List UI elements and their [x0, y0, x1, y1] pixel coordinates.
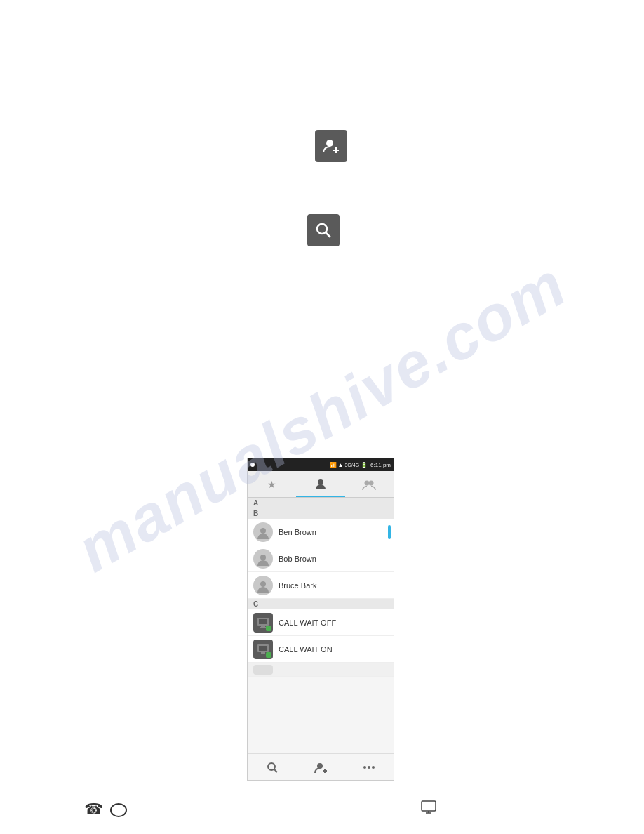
status-bar-right: 📶 ▲ 3G/4G 🔋 6:11 pm	[330, 462, 391, 468]
monitor-icon	[421, 800, 436, 818]
contact-name-call-wait-on: CALL WAIT ON	[279, 645, 333, 654]
svg-point-19	[268, 763, 275, 770]
contact-ben-brown[interactable]: Ben Brown	[248, 519, 394, 545]
bottom-more-button[interactable]	[345, 754, 394, 780]
tab-groups[interactable]	[345, 471, 394, 497]
contact-partial	[248, 663, 394, 677]
phone-icon: ☎	[84, 800, 127, 819]
svg-point-3	[317, 224, 327, 234]
avatar-call-wait-on	[253, 640, 273, 659]
svg-point-24	[363, 766, 366, 769]
svg-rect-16	[259, 646, 267, 651]
svg-point-8	[260, 528, 266, 534]
tab-contacts[interactable]	[296, 471, 344, 497]
svg-point-0	[326, 140, 333, 147]
svg-line-4	[326, 232, 330, 237]
bottom-search-button[interactable]	[248, 754, 296, 780]
svg-rect-12	[259, 619, 267, 624]
contact-call-wait-on[interactable]: CALL WAIT ON	[248, 636, 394, 663]
bottom-add-person-button[interactable]	[296, 754, 344, 780]
avatar-bruce-bark	[253, 576, 273, 595]
section-b: B	[248, 508, 394, 519]
contact-bob-brown[interactable]: Bob Brown	[248, 545, 394, 572]
section-c: C	[248, 599, 394, 609]
svg-rect-13	[261, 626, 265, 627]
search-icon-box[interactable]	[307, 214, 340, 246]
signal-text: 3G/4G	[344, 463, 359, 468]
wifi-icon: ▲	[338, 462, 344, 468]
section-a: A	[248, 498, 394, 508]
battery-icon: 🔋	[361, 462, 368, 468]
svg-point-10	[260, 581, 266, 587]
contact-indicator-ben-brown	[388, 525, 391, 539]
svg-point-5	[318, 479, 323, 485]
add-person-icon[interactable]	[315, 130, 347, 162]
svg-point-7	[369, 480, 374, 485]
contact-name-ben-brown: Ben Brown	[279, 528, 316, 536]
contact-bruce-bark[interactable]: Bruce Bark	[248, 572, 394, 599]
svg-point-6	[365, 480, 370, 485]
svg-rect-17	[261, 652, 265, 654]
status-dot	[250, 463, 255, 467]
contact-name-call-wait-off: CALL WAIT OFF	[279, 618, 336, 627]
time-display: 6:11 pm	[370, 462, 391, 468]
status-bar-left	[250, 463, 255, 467]
avatar-call-wait-off	[253, 613, 273, 633]
contact-name-bruce-bark: Bruce Bark	[279, 581, 316, 590]
status-bar: 📶 ▲ 3G/4G 🔋 6:11 pm	[248, 458, 394, 471]
svg-point-25	[368, 766, 370, 769]
svg-point-26	[372, 766, 375, 769]
contact-name-bob-brown: Bob Brown	[279, 555, 316, 563]
network-indicator: 📶	[330, 462, 337, 468]
svg-rect-27	[422, 801, 436, 811]
contact-call-wait-off[interactable]: CALL WAIT OFF	[248, 609, 394, 636]
phone-bottom-bar	[248, 753, 394, 780]
svg-point-9	[260, 555, 266, 560]
phone-screen: 📶 ▲ 3G/4G 🔋 6:11 pm ★	[247, 458, 394, 781]
tab-favorites[interactable]: ★	[248, 471, 296, 497]
contact-list: A B Ben Brown Bob Brown	[248, 498, 394, 677]
green-dot-call-wait-off	[266, 626, 271, 631]
avatar-ben-brown	[253, 522, 273, 542]
svg-line-20	[274, 769, 277, 772]
contacts-tab-bar: ★	[248, 471, 394, 498]
green-dot-call-wait-on	[266, 652, 271, 658]
avatar-bob-brown	[253, 549, 273, 569]
